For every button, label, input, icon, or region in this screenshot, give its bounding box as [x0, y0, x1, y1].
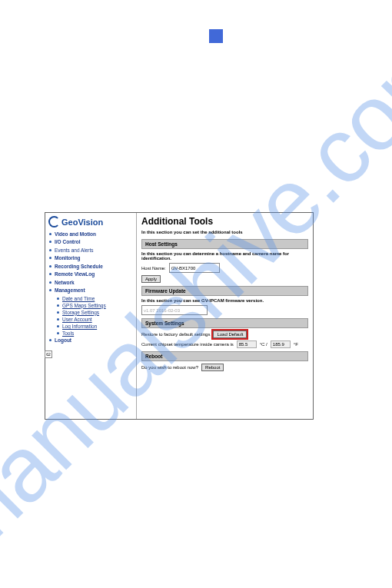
logo-text: GeoVision [61, 218, 103, 227]
nav-monitoring[interactable]: Monitoring [48, 254, 133, 262]
nav-remote-viewlog[interactable]: Remote ViewLog [48, 271, 133, 278]
reboot-button[interactable]: Reboot [201, 364, 224, 371]
host-settings-header: Host Settings [141, 239, 308, 249]
firmware-desc: In this section you can see GV-IPCAM fir… [141, 298, 308, 303]
firmware-header: Firmware Update [141, 286, 308, 296]
host-settings-desc: In this section you can determine a host… [141, 251, 308, 261]
page-title: Additional Tools [141, 216, 308, 227]
nav-network[interactable]: Network [48, 279, 133, 287]
sidebar: GeoVision Video and Motion I/O Control E… [45, 213, 137, 419]
temp-label: Current chipset temperature inside camer… [141, 342, 234, 347]
logo-icon [48, 216, 60, 228]
main-panel: Additional Tools In this section you can… [137, 213, 313, 419]
reboot-row: Do you wish to reboot now? Reboot [141, 364, 308, 371]
reboot-header: Reboot [141, 351, 308, 361]
corner-marker: 62 [45, 350, 52, 358]
nav-recording-schedule[interactable]: Recording Schedule [48, 263, 133, 271]
intro-text: In this section you can set the addition… [141, 230, 308, 234]
subnav-date-time[interactable]: Date and Time [48, 295, 133, 302]
subnav-user-account[interactable]: User Account [48, 316, 133, 323]
temperature-row: Current chipset temperature inside camer… [141, 341, 308, 348]
subnav-gps-maps[interactable]: GPS Maps Settings [48, 302, 133, 309]
restore-row: Restore to factory default settings Load… [141, 331, 308, 338]
config-screenshot: GeoVision Video and Motion I/O Control E… [45, 212, 314, 420]
subnav-storage[interactable]: Storage Settings [48, 309, 133, 316]
temp-f-value: 185.9 [271, 341, 291, 348]
nav-management[interactable]: Management [48, 287, 133, 294]
host-name-row: Host Name: [141, 263, 308, 273]
temp-c-value: 85.5 [237, 341, 257, 348]
subnav-tools[interactable]: Tools [48, 330, 133, 337]
nav-logout[interactable]: Logout [48, 337, 133, 344]
subnav-log-info[interactable]: Log Information [48, 323, 133, 330]
host-name-input[interactable] [169, 263, 220, 273]
reboot-label: Do you wish to reboot now? [141, 365, 198, 370]
system-settings-header: System Settings [141, 318, 308, 328]
restore-label: Restore to factory default settings [141, 332, 210, 337]
load-default-button[interactable]: Load Default [213, 331, 247, 338]
logo: GeoVision [48, 216, 133, 228]
firmware-version-input [141, 305, 208, 315]
temp-f-unit: °F [294, 342, 298, 347]
page-number-box [209, 29, 223, 43]
nav-events-alerts[interactable]: Events and Alerts [48, 247, 133, 254]
temp-c-unit: °C / [260, 342, 267, 347]
host-name-label: Host Name: [141, 266, 166, 271]
nav-video-motion[interactable]: Video and Motion [48, 231, 133, 238]
nav-io-control[interactable]: I/O Control [48, 238, 133, 246]
apply-button[interactable]: Apply [141, 275, 161, 283]
